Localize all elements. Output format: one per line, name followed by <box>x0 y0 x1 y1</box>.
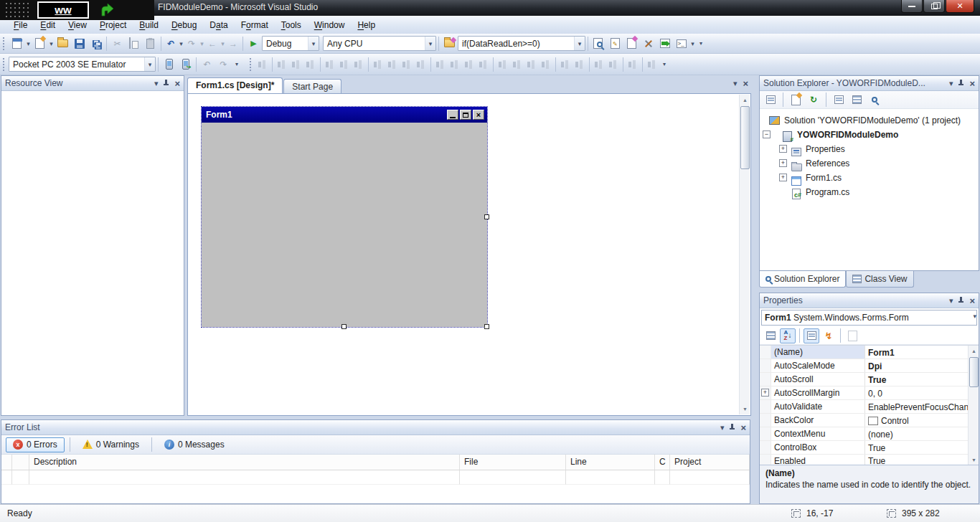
close-icon[interactable]: × <box>174 80 180 87</box>
collapse-icon[interactable]: − <box>763 130 771 138</box>
new-project-dropdown-icon[interactable]: ▾ <box>25 40 32 47</box>
add-new-item-button[interactable] <box>32 35 48 52</box>
property-grid-scrollbar[interactable]: ▲ ▼ <box>968 346 979 465</box>
tree-item-programcs[interactable]: c# Program.cs <box>760 185 979 199</box>
error-list-header[interactable]: Error List ▾ × <box>1 420 750 435</box>
tab-solution-explorer[interactable]: Solution Explorer <box>759 271 846 288</box>
editor-vertical-scrollbar[interactable]: ▲ ▼ <box>739 95 750 414</box>
toolbar-grip[interactable] <box>2 57 6 72</box>
form-close-button[interactable]: × <box>473 110 484 120</box>
combo-dropdown-button[interactable]: ▾ <box>973 310 976 325</box>
expand-icon[interactable]: + <box>779 159 787 167</box>
connect-to-device-button[interactable]: ↪ <box>177 56 194 72</box>
alphabetical-button[interactable]: AZ ↓ <box>780 328 796 343</box>
property-row-autoscrollmargin[interactable]: + AutoScrollMargin 0, 0 <box>760 386 979 400</box>
properties-button[interactable] <box>763 92 778 108</box>
tree-item-project[interactable]: − # YOWORFIDModuleDemo <box>760 128 979 142</box>
tree-item-solution[interactable]: Solution 'YOWORFIDModuleDemo' (1 project… <box>760 113 979 128</box>
categorized-button[interactable] <box>763 328 778 343</box>
window-close-button[interactable]: ✕ <box>946 0 974 13</box>
menu-debug[interactable]: Debug <box>165 18 203 32</box>
expand-icon[interactable]: + <box>779 145 787 153</box>
combo-dropdown-button[interactable]: ▾ <box>425 37 435 50</box>
toolbar-grip[interactable] <box>249 57 253 72</box>
view-class-diagram-button[interactable] <box>867 92 882 108</box>
menu-window[interactable]: Window <box>308 18 352 32</box>
new-project-button[interactable] <box>9 35 25 52</box>
device-options-button[interactable] <box>161 56 177 72</box>
object-selector-combo[interactable]: Form1 System.Windows.Forms.Form ▾ <box>761 310 977 326</box>
resize-handle-east[interactable] <box>484 214 489 219</box>
pin-icon[interactable] <box>729 423 735 432</box>
column-description[interactable]: Description <box>29 455 460 470</box>
column-icon[interactable] <box>1 455 12 470</box>
pin-icon[interactable] <box>163 79 169 88</box>
resize-handle-south[interactable] <box>341 324 347 329</box>
undo-dropdown-icon[interactable]: ▾ <box>178 40 184 47</box>
designer-form[interactable]: Form1 × <box>202 107 487 327</box>
tab-class-view[interactable]: Class View <box>846 271 913 288</box>
show-all-files-button[interactable] <box>788 92 804 108</box>
solution-explorer-header[interactable]: Solution Explorer - YOWORFIDModuleD... ▾… <box>760 76 979 91</box>
toolbar-overflow-button[interactable]: ▾ <box>696 36 706 52</box>
expand-icon[interactable]: + <box>761 389 769 397</box>
solution-configurations-combo[interactable]: Debug ▾ <box>262 36 319 51</box>
panel-menu-icon[interactable]: ▾ <box>720 424 725 432</box>
property-row-backcolor[interactable]: BackColor Control <box>760 414 979 427</box>
save-all-button[interactable] <box>88 35 104 52</box>
toolbox-button[interactable] <box>640 35 656 52</box>
property-row-name[interactable]: (Name) Form1 <box>760 346 979 359</box>
window-restore-button[interactable] <box>923 0 945 13</box>
column-column[interactable]: C <box>655 455 670 470</box>
column-order[interactable] <box>12 455 29 470</box>
tree-item-properties[interactable]: + Properties <box>760 142 979 156</box>
undo-button[interactable]: ↶ <box>164 35 178 52</box>
column-file[interactable]: File <box>460 455 566 470</box>
tab-form1-design[interactable]: Form1.cs [Design]* <box>187 77 283 93</box>
combo-dropdown-button[interactable]: ▾ <box>144 57 155 71</box>
command-window-dropdown-icon[interactable]: ▾ <box>689 40 696 47</box>
panel-menu-icon[interactable]: ▾ <box>154 80 159 87</box>
panel-menu-icon[interactable]: ▾ <box>949 80 953 87</box>
messages-filter-button[interactable]: i 0 Messages <box>157 437 232 452</box>
property-row-contextmenu[interactable]: ContextMenu (none) <box>760 427 979 441</box>
properties-window-button[interactable]: ✎ <box>607 35 623 52</box>
target-device-combo[interactable]: Pocket PC 2003 SE Emulator ▾ <box>9 57 156 72</box>
scroll-down-icon[interactable]: ▼ <box>740 404 750 414</box>
errors-filter-button[interactable]: x 0 Errors <box>6 437 65 452</box>
resize-handle-southeast[interactable] <box>484 324 489 329</box>
warnings-filter-button[interactable]: ! 0 Warnings <box>75 437 146 452</box>
properties-header[interactable]: Properties ▾ × <box>760 293 979 308</box>
events-button[interactable]: ↯ <box>821 328 837 343</box>
column-line[interactable]: Line <box>566 455 655 470</box>
toolbar-grip[interactable] <box>2 37 6 51</box>
open-file-button[interactable] <box>55 35 71 52</box>
find-combo[interactable]: if(DataReadLen>=0) ▾ <box>458 36 585 51</box>
menu-data[interactable]: Data <box>203 18 234 32</box>
tab-start-page[interactable]: Start Page <box>283 79 341 93</box>
window-minimize-button[interactable] <box>901 0 923 13</box>
menu-tools[interactable]: Tools <box>275 18 308 32</box>
solution-platforms-combo[interactable]: Any CPU ▾ <box>323 36 436 51</box>
combo-dropdown-button[interactable]: ▾ <box>574 37 585 50</box>
designer-form-titlebar[interactable]: Form1 × <box>202 107 487 123</box>
start-debugging-button[interactable]: ▶ <box>245 35 262 52</box>
toolbar-overflow-button[interactable]: ▾ <box>232 57 242 72</box>
start-page-button[interactable] <box>656 35 673 52</box>
column-project[interactable]: Project <box>670 455 750 470</box>
form-minimize-button[interactable] <box>447 110 458 120</box>
close-document-icon[interactable]: × <box>743 80 748 87</box>
close-icon[interactable]: × <box>740 424 746 432</box>
designer-canvas[interactable]: Form1 × ▲ ▼ <box>187 93 751 416</box>
tree-item-form1cs[interactable]: + Form1.cs <box>760 171 979 185</box>
expand-icon[interactable]: + <box>779 174 787 181</box>
combo-dropdown-button[interactable]: ▾ <box>308 37 319 50</box>
panel-menu-icon[interactable]: ▾ <box>949 297 953 305</box>
form-maximize-button[interactable] <box>460 110 471 120</box>
save-button[interactable] <box>71 35 88 52</box>
property-row-controlbox[interactable]: ControlBox True <box>760 441 979 455</box>
solution-explorer-button[interactable] <box>590 35 607 52</box>
tree-item-references[interactable]: + References <box>760 156 979 171</box>
pin-icon[interactable] <box>958 296 964 305</box>
property-row-autoscroll[interactable]: AutoScroll True <box>760 373 979 386</box>
